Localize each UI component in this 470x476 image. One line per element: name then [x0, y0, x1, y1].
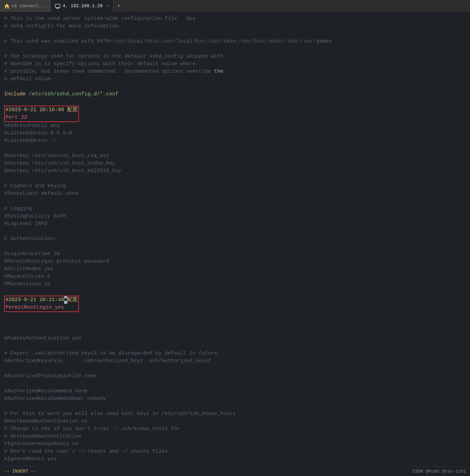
editor-line: #IgnoreRhosts yes [4, 455, 470, 463]
editor-line: #PubkeyAuthentication yes [4, 335, 470, 342]
house-icon [4, 3, 10, 9]
editor-line [4, 327, 470, 335]
editor-line: # default value. [4, 75, 470, 83]
editor-line: #HostbasedAuthentication no [4, 418, 470, 425]
editor-line: # Ciphers and keying [4, 182, 470, 190]
editor-line [4, 98, 470, 106]
editor-line: # HostbasedAuthentication [4, 433, 470, 440]
editor-line: #LoginGraceTime 2m [4, 250, 470, 258]
svg-rect-4 [56, 8, 59, 9]
editor-line [4, 198, 470, 205]
editor-line: PermitRootLogin yes [5, 304, 78, 311]
editor-line: # For this to work you will also need ho… [4, 410, 470, 418]
editor-line: # Authentication: [4, 235, 470, 243]
editor-line: # sshd_config(5) for more information. [4, 23, 470, 30]
editor-line: #StrictModes yes [4, 265, 470, 273]
editor-line [4, 288, 470, 296]
editor-line [4, 30, 470, 38]
editor-line: # The strategy used for options in the d… [4, 53, 470, 60]
monitor-icon [55, 3, 60, 9]
active-tab-label: 4. 192.168.1.26 [62, 3, 103, 9]
editor-line [4, 175, 470, 182]
tab-active[interactable]: 4. 192.168.1.26 × [51, 0, 114, 12]
editor-line: #AddressFamily any [4, 122, 470, 130]
editor-mode: -- INSERT -- [4, 469, 36, 474]
editor-line [4, 380, 470, 388]
editor-line: #HostKey /etc/ssh/ssh_host_ed25519_key [4, 167, 470, 175]
status-credit: CSDN @Kudō Shin-ichi [412, 469, 466, 474]
editor-line: #LogLevel INFO [4, 220, 470, 228]
editor-line: #MaxSessions 10 [4, 281, 470, 288]
editor-line [4, 320, 470, 327]
status-bar: -- INSERT -- CSDN @Kudō Shin-ichi [0, 466, 470, 476]
editor-line: #PermitRootLogin prohibit-password [4, 258, 470, 265]
editor-line [4, 228, 470, 235]
editor-line [4, 83, 470, 91]
svg-rect-2 [55, 4, 60, 8]
editor-line: #2023-9-21 20:21:48■配置 [5, 296, 78, 304]
editor-line [4, 243, 470, 250]
editor-line: # Logging [4, 205, 470, 213]
editor-line: #MaxAuthTries 6 [4, 273, 470, 281]
editor-line: # OpenSSH is to specify options with the… [4, 60, 470, 68]
editor-line: #IgnoreUserKnownHosts no [4, 440, 470, 448]
editor-line: #HostKey /etc/ssh/ssh_host_rsa_key [4, 152, 470, 160]
editor-line: Port 22 [5, 114, 78, 121]
tab-bar: ck connect... 4. 192.168.1.26 × + [0, 0, 470, 12]
editor-line: # possible, but leave them commented. Un… [4, 68, 470, 75]
editor-line: #SyslogFacility AUTH [4, 213, 470, 220]
editor-line [4, 145, 470, 152]
editor-line: # Expect .ssh/authorized_keys2 to be dis… [4, 350, 470, 357]
highlight-box-1: #2023-9-21 20:16:08 配置 Port 22 [4, 106, 79, 122]
editor-line: # Don't read the user's ~/.rhosts and ~/… [4, 448, 470, 455]
editor-line: #ListenAddress :: [4, 137, 470, 145]
highlight-box-2: #2023-9-21 20:21:48■配置 PermitRootLogin y… [4, 296, 79, 312]
inactive-tab-label: ck connect... [12, 3, 46, 9]
editor-line: #2023-9-21 20:16:08 配置 [5, 106, 78, 114]
editor-line: #AuthorizedKeysCommandUser nobody [4, 395, 470, 403]
svg-rect-1 [6, 7, 8, 9]
editor-line: #ListenAddress 0.0.0.0 [4, 130, 470, 137]
tab-inactive[interactable]: ck connect... [0, 0, 51, 12]
editor-line: # This sshd was compiled with PATH=/usr/… [4, 38, 470, 45]
editor-line: #AuthorizedKeysFile .ssh/authorized_keys… [4, 357, 470, 365]
editor-line: #AuthorizedPrincipalsFile none [4, 372, 470, 380]
editor-line [4, 342, 470, 350]
svg-rect-3 [57, 8, 59, 8]
editor-line [4, 365, 470, 372]
editor-line [4, 45, 470, 53]
editor-line: # Change to yes if you don't trust ~/.ss… [4, 425, 470, 433]
editor-line [4, 403, 470, 410]
editor-line: #HostKey /etc/ssh/ssh_host_ecdsa_key [4, 160, 470, 167]
editor-area: # This is the sshd server system-wide co… [0, 12, 470, 476]
editor-line: Include /etc/ssh/sshd_config.d/*.conf [4, 91, 470, 98]
tab-add-button[interactable]: + [114, 0, 124, 12]
editor-line [4, 312, 470, 320]
editor-line: #AuthorizedKeysCommand none [4, 388, 470, 395]
tab-close-button[interactable]: × [107, 4, 109, 8]
editor-line: #RekeyLimit default none [4, 190, 470, 198]
editor-line: # This is the sshd server system-wide co… [4, 15, 470, 23]
